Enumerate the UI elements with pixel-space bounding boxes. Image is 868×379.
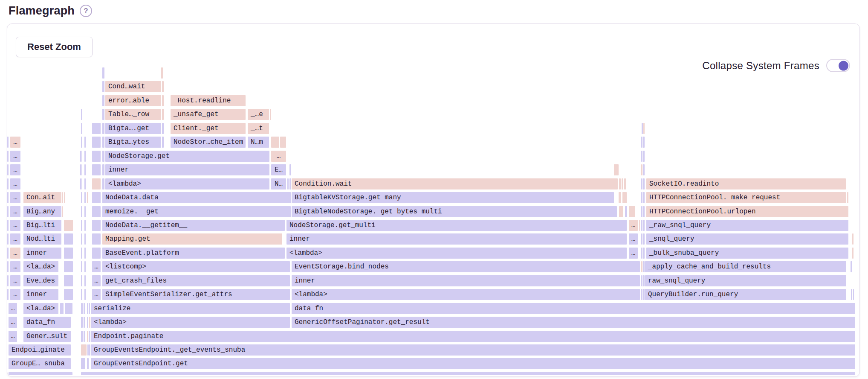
flame-frame[interactable] [87, 303, 88, 314]
flame-frame[interactable]: get_crash_files [102, 275, 290, 286]
flame-frame[interactable] [7, 261, 9, 272]
flame-frame[interactable] [619, 192, 621, 203]
flame-frame[interactable] [641, 233, 642, 245]
flame-frame[interactable]: _bulk_snuba_query [646, 248, 848, 259]
flame-frame[interactable]: Gener…sult [23, 331, 71, 342]
flame-frame[interactable]: inner [105, 164, 269, 175]
flame-frame[interactable]: N…m [248, 137, 269, 148]
flame-frame[interactable] [84, 151, 86, 162]
flame-frame[interactable] [643, 261, 645, 272]
flame-frame[interactable] [102, 164, 104, 175]
flame-frame[interactable] [84, 164, 86, 175]
flame-frame[interactable]: Eve…des [23, 275, 58, 286]
flame-frame[interactable] [62, 206, 63, 217]
flame-frame[interactable] [629, 206, 635, 217]
flame-frame[interactable] [84, 137, 86, 148]
flame-frame[interactable]: BaseEvent.platform [102, 248, 285, 259]
flame-frame[interactable]: … [9, 331, 17, 342]
flame-frame[interactable]: GenericOffsetPaginator.get_result [292, 317, 855, 328]
flame-frame[interactable]: _apply_cache_and_build_results [645, 261, 846, 272]
flame-frame[interactable] [84, 289, 86, 300]
flame-frame[interactable] [641, 192, 642, 203]
flame-frame[interactable] [271, 137, 279, 148]
flame-frame[interactable] [84, 248, 86, 259]
flame-frame[interactable] [64, 192, 65, 203]
flame-frame[interactable] [7, 137, 9, 148]
flame-frame[interactable]: … [10, 206, 20, 217]
flame-frame[interactable] [87, 192, 88, 203]
flame-frame[interactable]: … [629, 233, 638, 245]
flame-frame[interactable]: … [10, 233, 20, 245]
flame-frame[interactable] [639, 220, 640, 231]
flame-frame[interactable]: N… [271, 178, 286, 190]
flame-frame[interactable] [64, 220, 73, 231]
flame-frame[interactable]: … [10, 248, 20, 259]
flame-frame[interactable]: Endpoi…ginate [9, 344, 71, 356]
flame-frame[interactable] [643, 192, 645, 203]
flame-frame[interactable] [7, 233, 9, 245]
flame-frame[interactable]: BigtableNodeStorage._get_bytes_multi [292, 206, 617, 217]
flame-frame[interactable] [102, 95, 104, 106]
flame-frame[interactable] [87, 344, 89, 356]
flame-frame[interactable] [851, 261, 852, 272]
flame-frame[interactable]: EventStorage.bind_nodes [292, 261, 640, 272]
flame-frame[interactable]: Bigta….get [105, 123, 161, 134]
flame-frame[interactable]: inner [292, 275, 640, 286]
flame-frame[interactable] [62, 192, 63, 203]
flame-frame[interactable] [81, 372, 855, 375]
flame-frame[interactable] [7, 151, 9, 162]
flame-frame[interactable] [84, 233, 86, 245]
flame-frame[interactable] [64, 233, 73, 245]
flame-frame[interactable] [92, 178, 101, 190]
flame-frame[interactable] [619, 178, 621, 190]
flame-frame[interactable]: … [10, 164, 20, 175]
flame-frame[interactable]: error…able [105, 95, 161, 106]
flame-frame[interactable]: … [10, 275, 20, 286]
flame-frame[interactable]: BigtableKVStorage.get_many [292, 192, 614, 203]
flame-frame[interactable] [89, 303, 90, 314]
flame-frame[interactable]: NodeStor…che_item [171, 137, 246, 148]
flame-frame[interactable] [289, 178, 291, 190]
flame-frame[interactable] [81, 303, 83, 314]
flame-frame[interactable] [7, 220, 9, 231]
flame-frame[interactable]: inner [23, 289, 58, 300]
flame-frame[interactable] [89, 344, 90, 356]
flame-frame[interactable] [84, 220, 86, 231]
flame-frame[interactable]: NodeStorage.get [105, 151, 269, 162]
flame-frame[interactable] [81, 192, 82, 203]
flame-frame[interactable]: … [10, 289, 20, 300]
flame-frame[interactable] [87, 358, 89, 369]
flame-frame[interactable] [92, 220, 101, 231]
flame-frame[interactable] [7, 178, 9, 190]
flame-frame[interactable] [81, 151, 82, 162]
flame-frame[interactable] [92, 233, 101, 245]
flame-frame[interactable] [81, 358, 85, 369]
flame-frame[interactable] [80, 164, 81, 175]
flame-frame[interactable] [641, 178, 642, 190]
flame-frame[interactable] [81, 275, 82, 286]
flame-frame[interactable] [853, 289, 854, 300]
flame-frame[interactable]: … [10, 192, 20, 203]
flame-frame[interactable]: E… [271, 164, 286, 175]
flame-frame[interactable] [7, 275, 9, 286]
flame-frame[interactable] [7, 164, 9, 175]
flame-frame[interactable] [643, 123, 645, 134]
flame-frame[interactable] [614, 164, 619, 175]
flame-frame[interactable] [89, 317, 90, 328]
flame-frame[interactable]: … [92, 275, 101, 286]
flame-frame[interactable] [92, 164, 101, 175]
flame-frame[interactable] [84, 178, 86, 190]
flame-frame[interactable]: … [629, 248, 638, 259]
flame-frame[interactable]: Endpoint.paginate [91, 331, 855, 342]
flame-frame[interactable] [81, 331, 83, 342]
flame-frame[interactable] [84, 317, 85, 328]
flame-frame[interactable] [619, 206, 623, 217]
flame-frame[interactable] [102, 123, 104, 134]
flame-frame[interactable]: NodeData.data [102, 192, 291, 203]
flame-frame[interactable]: raw_snql_query [645, 275, 846, 286]
flame-frame[interactable] [641, 275, 642, 286]
flame-frame[interactable] [289, 164, 291, 175]
flame-frame[interactable]: Big…lti [23, 220, 61, 231]
flame-frame[interactable] [162, 95, 164, 106]
flame-frame[interactable]: Client._get [171, 123, 246, 134]
